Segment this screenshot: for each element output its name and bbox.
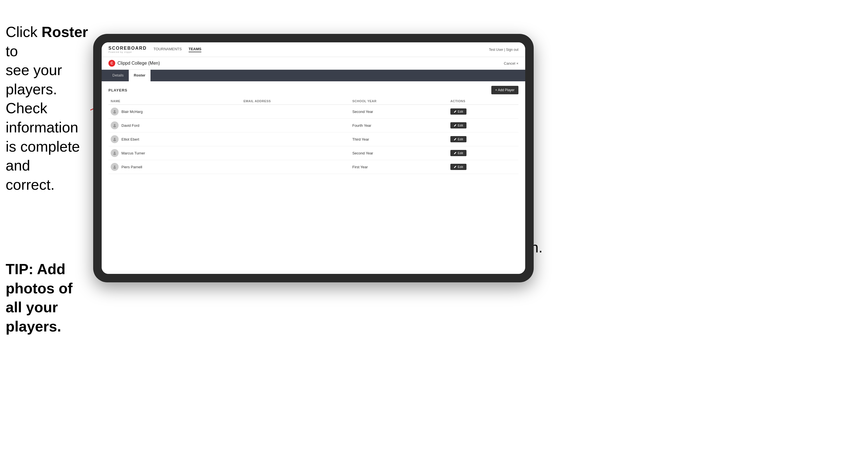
logo-area: SCOREBOARD Powered by clippd <box>108 46 147 53</box>
svg-point-2 <box>114 110 116 112</box>
roster-bold: Roster <box>41 24 88 40</box>
player-year-cell: Third Year <box>350 132 448 146</box>
edit-player-button[interactable]: Edit <box>451 136 466 142</box>
player-name: Marcus Turner <box>121 151 145 155</box>
col-school-year: SCHOOL YEAR <box>350 98 448 105</box>
team-header: C Clippd College (Men) Cancel × <box>102 57 525 70</box>
tablet-device: SCOREBOARD Powered by clippd TOURNAMENTS… <box>93 34 534 282</box>
tip-annotation: TIP: Add photos ofall your players. <box>6 260 99 336</box>
user-info: Test User | Sign out <box>489 48 519 52</box>
player-email-cell <box>241 132 350 146</box>
table-header-row: NAME EMAIL ADDRESS SCHOOL YEAR ACTIONS <box>108 98 519 105</box>
player-actions-cell: Edit <box>448 119 519 132</box>
team-name-area: C Clippd College (Men) <box>108 60 160 67</box>
cancel-button[interactable]: Cancel × <box>504 61 519 65</box>
tablet-screen: SCOREBOARD Powered by clippd TOURNAMENTS… <box>102 42 525 274</box>
player-name-cell: Marcus Turner <box>108 146 241 160</box>
left-annotation: Click Roster to see your players. Check … <box>6 23 90 194</box>
player-name: Piers Parnell <box>121 165 142 169</box>
player-name: Elliot Ebert <box>121 137 139 142</box>
svg-point-6 <box>114 138 116 139</box>
players-header: PLAYERS + Add Player <box>108 86 519 94</box>
player-avatar <box>111 149 119 157</box>
player-email-cell <box>241 160 350 174</box>
player-name-cell: Piers Parnell <box>108 160 241 174</box>
svg-point-10 <box>114 165 116 167</box>
edit-player-button[interactable]: Edit <box>451 150 466 156</box>
svg-point-9 <box>113 153 116 155</box>
svg-point-4 <box>114 124 116 126</box>
svg-point-5 <box>113 126 116 127</box>
app-header: SCOREBOARD Powered by clippd TOURNAMENTS… <box>102 42 525 57</box>
content-area: PLAYERS + Add Player NAME EMAIL ADDRESS … <box>102 81 525 274</box>
svg-point-3 <box>113 112 116 114</box>
player-email-cell <box>241 105 350 119</box>
player-name: Blair McHarg <box>121 110 143 114</box>
team-name: Clippd College (Men) <box>118 61 160 66</box>
player-name-cell: Blair McHarg <box>108 105 241 119</box>
player-actions-cell: Edit <box>448 160 519 174</box>
svg-point-8 <box>114 152 116 153</box>
header-left: SCOREBOARD Powered by clippd TOURNAMENTS… <box>108 46 201 53</box>
player-avatar <box>111 107 119 116</box>
tab-details[interactable]: Details <box>107 70 129 81</box>
player-avatar <box>111 121 119 129</box>
player-name: David Ford <box>121 123 140 128</box>
player-year-cell: Second Year <box>350 146 448 160</box>
col-actions: ACTIONS <box>448 98 519 105</box>
player-name-cell: Elliot Ebert <box>108 132 241 146</box>
edit-player-button[interactable]: Edit <box>451 164 466 170</box>
player-avatar <box>111 135 119 143</box>
table-row: Marcus Turner Second Year Edit <box>108 146 519 160</box>
tab-roster[interactable]: Roster <box>129 70 151 81</box>
tabs-bar: Details Roster <box>102 70 525 81</box>
nav-tournaments[interactable]: TOURNAMENTS <box>154 47 182 52</box>
player-avatar <box>111 163 119 171</box>
player-actions-cell: Edit <box>448 146 519 160</box>
table-row: David Ford Fourth Year Edit <box>108 119 519 132</box>
player-actions-cell: Edit <box>448 105 519 119</box>
table-row: Piers Parnell First Year Edit <box>108 160 519 174</box>
logo-title: SCOREBOARD <box>108 46 147 51</box>
add-player-button[interactable]: + Add Player <box>491 86 519 94</box>
table-row: Blair McHarg Second Year Edit <box>108 105 519 119</box>
player-email-cell <box>241 119 350 132</box>
players-heading: PLAYERS <box>108 88 127 92</box>
col-name: NAME <box>108 98 241 105</box>
svg-point-11 <box>113 167 116 169</box>
svg-point-7 <box>113 139 116 141</box>
main-nav: TOURNAMENTS TEAMS <box>154 47 202 52</box>
table-row: Elliot Ebert Third Year Edit <box>108 132 519 146</box>
player-email-cell <box>241 146 350 160</box>
player-year-cell: Fourth Year <box>350 119 448 132</box>
team-icon: C <box>108 60 115 67</box>
player-year-cell: First Year <box>350 160 448 174</box>
player-actions-cell: Edit <box>448 132 519 146</box>
players-table: NAME EMAIL ADDRESS SCHOOL YEAR ACTIONS B… <box>108 98 519 174</box>
logo-sub: Powered by clippd <box>108 51 147 53</box>
player-year-cell: Second Year <box>350 105 448 119</box>
col-email: EMAIL ADDRESS <box>241 98 350 105</box>
edit-player-button[interactable]: Edit <box>451 108 466 115</box>
edit-player-button[interactable]: Edit <box>451 122 466 128</box>
player-name-cell: David Ford <box>108 119 241 132</box>
nav-teams[interactable]: TEAMS <box>189 47 202 52</box>
